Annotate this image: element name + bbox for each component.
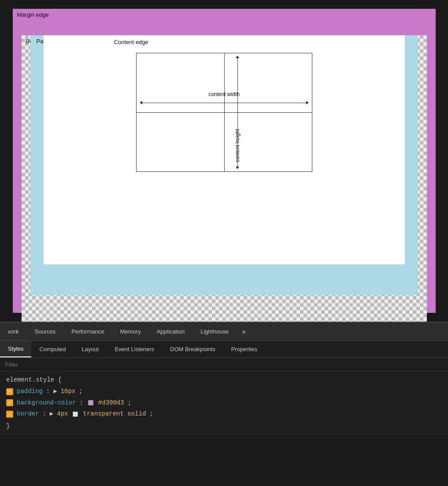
prop-arrow-padding[interactable]: ▶ xyxy=(53,386,57,397)
filter-bar xyxy=(0,358,448,371)
css-selector: element.style { xyxy=(6,375,62,386)
width-arrow: content width xyxy=(136,98,312,107)
checkbox-padding[interactable] xyxy=(6,388,13,395)
sub-tab-styles[interactable]: Styles xyxy=(0,341,31,357)
devtools-panel: vork Sources Performance Memory Applicat… xyxy=(0,322,448,435)
prop-arrow-border[interactable]: ▶ xyxy=(50,409,53,419)
prop-colon-border: : xyxy=(42,409,46,419)
width-arrowhead-left xyxy=(140,101,142,104)
prop-value-bg-color: #d390d3 xyxy=(98,398,124,408)
color-swatch-transparent[interactable] xyxy=(73,412,78,417)
sub-tab-computed[interactable]: Computed xyxy=(31,341,74,357)
color-swatch-bg[interactable] xyxy=(88,400,93,405)
top-tab-bar: vork Sources Performance Memory Applicat… xyxy=(0,323,448,341)
sub-tab-dom-breakpoints[interactable]: DOM Breakpoints xyxy=(162,341,223,357)
prop-semicolon-border: ; xyxy=(149,409,153,419)
property-padding: padding : ▶ 16px ; xyxy=(6,386,442,397)
margin-box: Margin edge Border Edge Padding Edge Con… xyxy=(13,9,436,313)
close-brace: } xyxy=(6,421,10,432)
prop-colon-bg-color: : xyxy=(79,398,83,408)
margin-label: Margin edge xyxy=(17,11,49,18)
prop-name-padding: padding xyxy=(17,386,43,397)
prop-value-border-rest: transparent solid xyxy=(83,409,146,419)
width-arrowhead-right xyxy=(306,101,309,104)
code-panel: element.style { padding : ▶ 16px ; backg… xyxy=(0,371,448,435)
prop-value-border-size: 4px xyxy=(57,409,68,419)
height-arrowhead-down xyxy=(236,167,239,169)
checkbox-border[interactable] xyxy=(6,411,13,418)
sub-tab-bar: Styles Computed Layout Event Listeners D… xyxy=(0,341,448,358)
selector-line: element.style { xyxy=(6,375,442,386)
prop-semicolon-bg-color: ; xyxy=(128,398,131,408)
property-border: border : ▶ 4px transparent solid ; xyxy=(6,409,442,419)
close-brace-line: } xyxy=(6,421,442,432)
checkbox-background-color[interactable] xyxy=(6,399,13,406)
prop-semicolon-padding: ; xyxy=(79,386,82,397)
filter-input[interactable] xyxy=(5,361,443,368)
tab-lighthouse[interactable]: Lighthouse xyxy=(193,323,237,341)
border-box: Border Edge Padding Edge Content edge xyxy=(22,35,427,322)
prop-colon-padding: : xyxy=(46,386,50,397)
tab-application[interactable]: Application xyxy=(149,323,193,341)
sub-tab-layout[interactable]: Layout xyxy=(74,341,107,357)
more-tabs-button[interactable]: » xyxy=(237,328,251,336)
tab-sources[interactable]: Sources xyxy=(27,323,64,341)
height-arrow: content height xyxy=(233,53,242,172)
prop-name-bg-color: background-color xyxy=(17,398,76,408)
width-arrow-line xyxy=(141,103,308,103)
padding-box: Padding Edge Content edge content xyxy=(30,35,418,295)
tab-performance[interactable]: Performance xyxy=(63,323,112,341)
tab-memory[interactable]: Memory xyxy=(112,323,149,341)
property-background-color: background-color : #d390d3 ; xyxy=(6,398,442,408)
sub-tab-event-listeners[interactable]: Event Listeners xyxy=(107,341,162,357)
content-box: Content edge content width xyxy=(44,35,405,264)
height-arrowhead-up xyxy=(236,56,239,58)
prop-value-padding: 16px xyxy=(61,386,76,397)
sub-tab-properties[interactable]: Properties xyxy=(223,341,265,357)
height-label: content height xyxy=(234,129,241,162)
box-diagram: content width content height xyxy=(136,53,312,172)
visualization-container: Margin edge Border Edge Padding Edge Con… xyxy=(0,0,448,322)
vertical-line xyxy=(224,53,225,172)
content-label: Content edge xyxy=(114,39,148,45)
tab-network[interactable]: vork xyxy=(0,323,27,341)
prop-name-border: border xyxy=(17,409,39,419)
